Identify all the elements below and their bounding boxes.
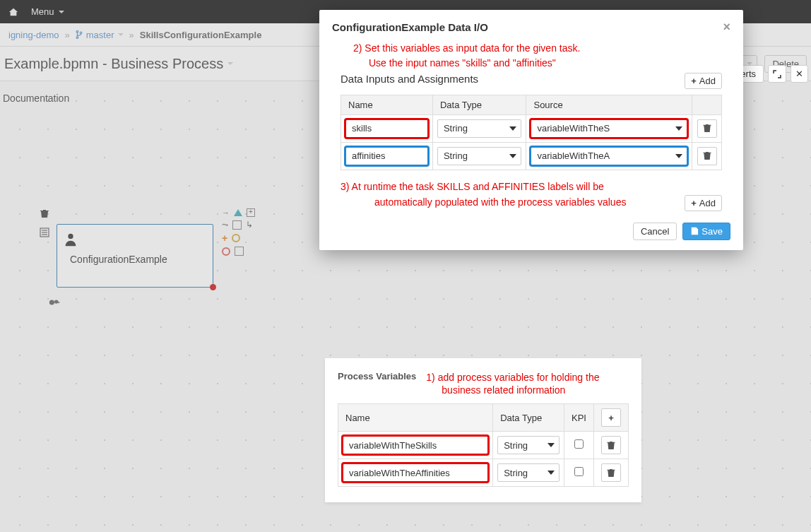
cancel-button[interactable]: Cancel <box>633 223 677 240</box>
col-actions <box>692 95 722 114</box>
delete-variable-button[interactable] <box>601 463 621 482</box>
input-type-select[interactable]: String <box>437 119 522 138</box>
pv-name-field[interactable]: variableWithTheSkills <box>343 436 488 454</box>
input-name-field[interactable]: affinities <box>345 147 428 165</box>
close-editor-button[interactable]: ✕ <box>791 65 808 83</box>
col-name: Name <box>338 404 493 432</box>
annotation-step1-line2: business related information <box>426 384 599 396</box>
col-name: Name <box>341 95 433 114</box>
pv-row: variableWithTheAffinities String <box>338 459 629 487</box>
annotation-step1-line1: 1) add process variables for holding the <box>426 371 599 384</box>
input-type-select[interactable]: String <box>437 147 522 165</box>
plus-icon: + <box>691 76 697 86</box>
pv-type-select[interactable]: String <box>497 436 560 454</box>
add-input-button[interactable]: +Add <box>685 73 722 89</box>
col-datatype: Data Type <box>432 95 526 114</box>
close-icon[interactable]: × <box>723 20 730 35</box>
annotation-step2-line2: Use the input names "skills" and "affini… <box>319 57 743 71</box>
col-kpi: KPI <box>564 404 594 432</box>
process-variables-panel: Process Variables 1) add process variabl… <box>325 358 641 502</box>
col-datatype: Data Type <box>493 404 564 432</box>
kpi-checkbox[interactable] <box>574 467 584 476</box>
modal-title: ConfigurationExample Data I/O <box>332 21 488 33</box>
chevron-down-icon <box>547 443 555 447</box>
plus-icon: + <box>691 198 697 208</box>
save-button[interactable]: Save <box>682 223 730 240</box>
fullscreen-button[interactable] <box>768 65 786 83</box>
data-io-modal: ConfigurationExample Data I/O × 2) Set t… <box>319 10 743 250</box>
annotation-step3-line1: 3) At runtime the task SKILLS and AFFINI… <box>319 180 743 195</box>
input-source-select[interactable]: variableWithTheS <box>531 119 687 138</box>
delete-row-button[interactable] <box>697 119 717 138</box>
chevron-down-icon <box>675 154 682 158</box>
annotation-step2-line1: 2) Set this variables as input data for … <box>319 42 743 57</box>
save-icon <box>690 227 699 235</box>
col-source: Source <box>526 95 692 114</box>
delete-variable-button[interactable] <box>601 436 621 454</box>
kpi-checkbox[interactable] <box>574 439 584 449</box>
pv-table: Name Data Type KPI + variableWithTheSkil… <box>338 403 629 487</box>
pv-name-field[interactable]: variableWithTheAffinities <box>343 463 488 482</box>
input-row: skills String variableWithTheS <box>341 114 722 142</box>
delete-row-button[interactable] <box>697 147 717 165</box>
chevron-down-icon <box>509 126 516 131</box>
chevron-down-icon <box>547 471 555 475</box>
col-actions: + <box>594 404 629 432</box>
input-source-select[interactable]: variableWithTheA <box>531 147 687 165</box>
input-row: affinities String variableWithTheA <box>341 142 722 170</box>
chevron-down-icon <box>675 126 682 131</box>
add-variable-button[interactable]: + <box>601 408 621 427</box>
pv-row: variableWithTheSkills String <box>338 432 629 459</box>
chevron-down-icon <box>509 154 516 158</box>
inputs-table: Name Data Type Source skills String vari… <box>341 95 722 170</box>
annotation-step3-line2: automatically populated with the process… <box>341 196 650 211</box>
input-name-field[interactable]: skills <box>345 119 428 138</box>
pv-section-title: Process Variables <box>338 371 416 382</box>
pv-type-select[interactable]: String <box>497 463 560 482</box>
add-output-button[interactable]: +Add <box>685 195 722 211</box>
inputs-section-title: Data Inputs and Assignments <box>341 71 491 90</box>
